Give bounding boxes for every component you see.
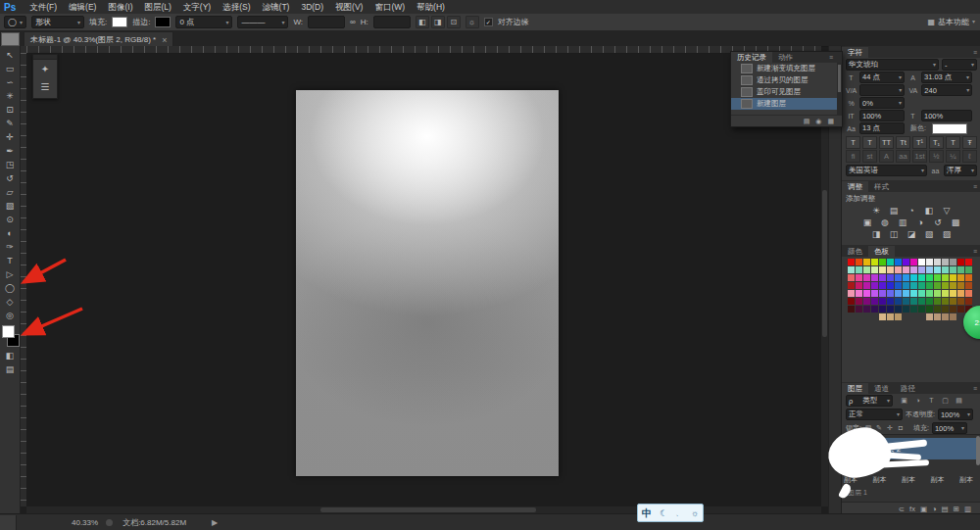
color-swatch[interactable] <box>934 290 941 297</box>
color-swatch[interactable] <box>950 274 956 281</box>
color-swatch[interactable] <box>856 259 862 265</box>
menu-item[interactable]: 文字(Y) <box>177 0 217 14</box>
color-swatch[interactable] <box>934 298 941 305</box>
color-swatch[interactable] <box>965 298 972 305</box>
color-swatch[interactable] <box>879 306 886 313</box>
panel-menu-icon[interactable]: ≡ <box>973 248 980 255</box>
color-swatch[interactable] <box>871 306 878 313</box>
opacity-field[interactable]: 100%▾ <box>938 409 973 420</box>
scrollbar-thumb[interactable] <box>320 507 536 512</box>
tool-button[interactable]: ⊡ <box>1 103 19 117</box>
color-swatch[interactable] <box>903 259 909 265</box>
menu-item[interactable]: 帮助(H) <box>411 0 451 14</box>
color-swatch[interactable] <box>926 274 933 281</box>
color-swatch[interactable] <box>910 290 917 297</box>
panel-tab[interactable]: 图层 <box>842 383 868 394</box>
color-swatch[interactable] <box>934 306 941 313</box>
color-swatch[interactable] <box>926 282 933 289</box>
color-swatch[interactable] <box>926 290 933 297</box>
tool-button[interactable]: ↺ <box>1 171 19 185</box>
color-swatch[interactable] <box>942 274 949 281</box>
color-swatch[interactable] <box>895 313 902 320</box>
document-tab[interactable]: 未标题-1 @ 40.3%(图层 2, RGB/8) * × <box>24 31 173 47</box>
color-swatch[interactable] <box>863 306 870 313</box>
color-swatch[interactable] <box>856 306 862 313</box>
color-swatch[interactable] <box>934 259 941 265</box>
color-swatch[interactable] <box>871 266 878 273</box>
adjustment-icon[interactable]: ▥ <box>896 217 910 228</box>
menu-item[interactable]: 选择(S) <box>217 0 256 14</box>
color-swatch[interactable] <box>848 266 855 273</box>
ime-mode-button[interactable]: 中 <box>642 506 652 520</box>
color-swatch[interactable] <box>965 290 972 297</box>
color-swatch[interactable] <box>950 259 956 265</box>
gear-icon[interactable]: ☼ <box>466 16 479 28</box>
color-swatch[interactable] <box>879 290 886 297</box>
workspace-switcher[interactable]: ▦ 基本功能 ▾ <box>927 15 975 28</box>
color-swatch[interactable] <box>957 259 964 265</box>
adjustment-icon[interactable]: ◧ <box>922 205 937 217</box>
tool-button[interactable]: ◇ <box>1 295 19 309</box>
color-swatch[interactable] <box>942 313 949 320</box>
color-swatch[interactable] <box>887 259 894 265</box>
height-input[interactable] <box>373 16 411 28</box>
text-color-swatch[interactable] <box>932 123 967 134</box>
color-swatch[interactable] <box>926 259 933 265</box>
fill-color-swatch[interactable] <box>112 17 127 27</box>
adjustment-icon[interactable]: ◫ <box>887 228 902 240</box>
color-swatch[interactable] <box>887 313 894 320</box>
tool-button[interactable]: ▱ <box>1 185 19 199</box>
tool-mode-select[interactable]: 形状 ▾ <box>31 16 84 28</box>
menu-item[interactable]: 图像(I) <box>102 0 138 14</box>
color-swatch[interactable] <box>950 313 956 320</box>
menu-item[interactable]: 文件(F) <box>24 0 63 14</box>
tool-button[interactable]: ▧ <box>1 199 19 213</box>
color-swatch[interactable] <box>903 282 909 289</box>
type-style-button[interactable]: T <box>862 136 877 149</box>
color-swatch[interactable] <box>895 306 902 313</box>
layer-fill-field[interactable]: 100%▾ <box>932 422 967 434</box>
opentype-button[interactable]: aa <box>896 150 910 163</box>
leading-field[interactable]: 31.03 点▾ <box>921 72 972 83</box>
type-style-button[interactable]: T¹ <box>912 136 927 149</box>
color-swatch[interactable] <box>871 298 878 305</box>
color-swatch[interactable] <box>950 298 956 305</box>
layer-filter-icon[interactable]: ◑ <box>912 397 923 405</box>
color-swatch[interactable] <box>887 298 894 305</box>
tool-button[interactable]: ↖ <box>1 48 19 62</box>
stroke-width-field[interactable]: 0 点 ▾ <box>175 16 232 28</box>
color-swatch[interactable] <box>895 298 902 305</box>
history-scrollbar[interactable] <box>837 63 842 116</box>
history-footer-icon[interactable]: ◉ <box>815 118 821 125</box>
tool-button[interactable]: ◎ <box>1 309 19 322</box>
menu-item[interactable]: 滤镜(T) <box>257 0 296 14</box>
font-family-select[interactable]: 华文琥珀 ▾ <box>846 59 939 71</box>
color-swatch[interactable] <box>957 274 964 281</box>
adjustment-icon[interactable]: ◔ <box>905 205 919 217</box>
panel-tab[interactable]: 样式 <box>868 181 895 192</box>
color-swatch[interactable] <box>918 306 925 313</box>
color-swatch[interactable] <box>965 282 972 289</box>
color-swatch[interactable] <box>895 266 902 273</box>
color-swatch[interactable] <box>903 298 909 305</box>
tracking-field[interactable]: 240▾ <box>921 84 972 96</box>
history-item[interactable]: 盖印可见图层 <box>731 86 837 98</box>
layer-name-fragment[interactable]: 副本 <box>902 475 915 485</box>
lock-icon[interactable]: ◘ <box>897 424 905 432</box>
color-swatch[interactable] <box>879 282 886 289</box>
history-footer-icon[interactable]: ▤ <box>804 118 810 125</box>
color-swatch[interactable] <box>879 266 886 273</box>
color-swatch[interactable] <box>910 274 917 281</box>
panel-tab[interactable]: 历史记录 <box>731 52 772 63</box>
color-swatch[interactable] <box>863 259 870 265</box>
type-style-button[interactable]: T <box>946 136 960 149</box>
layer-filter-icon[interactable]: T <box>926 397 937 405</box>
panel-menu-icon[interactable]: ≡ <box>973 183 980 190</box>
color-swatch[interactable] <box>863 274 870 281</box>
tool-button[interactable]: ∽ <box>1 75 19 89</box>
layer-filter-select[interactable]: ρ 类型 ▾ <box>846 395 893 407</box>
color-swatch[interactable] <box>879 274 886 281</box>
color-swatch[interactable] <box>848 259 855 265</box>
history-item[interactable]: 新建渐变填充图层 <box>731 63 837 74</box>
font-style-select[interactable]: - ▾ <box>942 59 977 71</box>
